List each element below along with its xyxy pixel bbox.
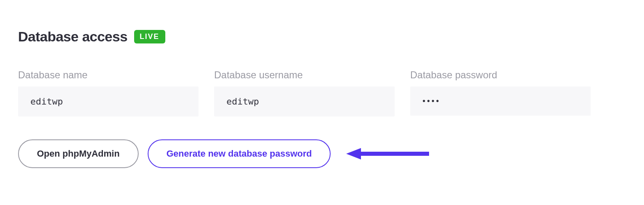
arrow-left-icon (343, 146, 433, 162)
open-phpmyadmin-button[interactable]: Open phpMyAdmin (18, 139, 139, 168)
generate-password-button[interactable]: Generate new database password (148, 139, 331, 168)
fields-row: Database name editwp Database username e… (18, 69, 628, 116)
database-password-value[interactable]: •••• (410, 87, 591, 116)
database-name-label: Database name (18, 69, 199, 81)
database-password-label: Database password (410, 69, 591, 81)
actions-row: Open phpMyAdmin Generate new database pa… (18, 139, 628, 168)
database-name-field: Database name editwp (18, 69, 199, 116)
section-title: Database access (18, 29, 128, 45)
database-username-label: Database username (214, 69, 395, 81)
database-username-value[interactable]: editwp (214, 87, 395, 116)
database-password-field: Database password •••• (410, 69, 591, 116)
database-username-field: Database username editwp (214, 69, 395, 116)
svg-marker-1 (346, 148, 361, 159)
database-name-value[interactable]: editwp (18, 87, 199, 116)
live-badge: LIVE (134, 30, 165, 43)
section-header: Database access LIVE (18, 29, 628, 45)
